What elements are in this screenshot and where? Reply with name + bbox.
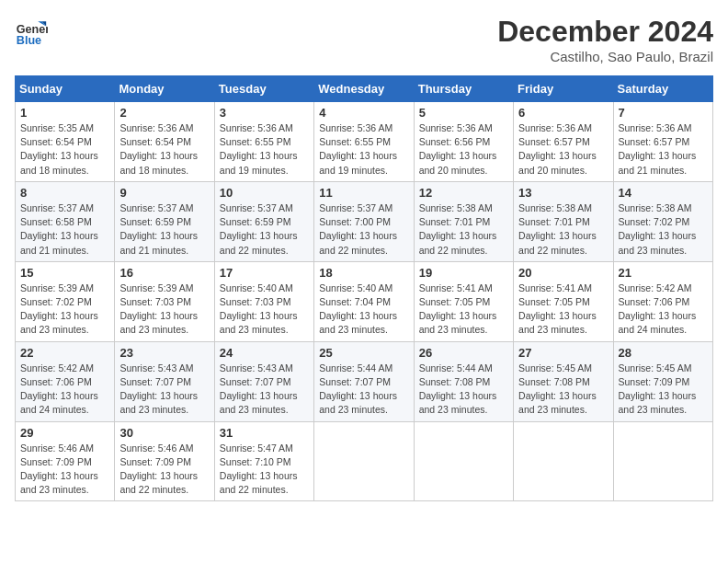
day-number: 9 — [119, 186, 209, 200]
day-info: Sunrise: 5:36 AM Sunset: 6:57 PM Dayligh… — [619, 121, 708, 178]
calendar-week-row: 1Sunrise: 5:35 AM Sunset: 6:54 PM Daylig… — [16, 102, 713, 182]
day-info: Sunrise: 5:39 AM Sunset: 7:02 PM Dayligh… — [20, 282, 109, 338]
day-info: Sunrise: 5:36 AM Sunset: 6:56 PM Dayligh… — [419, 121, 508, 178]
day-info: Sunrise: 5:46 AM Sunset: 7:09 PM Dayligh… — [20, 442, 109, 498]
day-info: Sunrise: 5:36 AM Sunset: 6:57 PM Dayligh… — [518, 121, 608, 178]
day-info: Sunrise: 5:36 AM Sunset: 6:55 PM Dayligh… — [319, 121, 408, 178]
calendar-cell: 10Sunrise: 5:37 AM Sunset: 6:59 PM Dayli… — [214, 181, 313, 261]
day-info: Sunrise: 5:42 AM Sunset: 7:06 PM Dayligh… — [619, 282, 708, 338]
calendar-cell: 3Sunrise: 5:36 AM Sunset: 6:55 PM Daylig… — [214, 102, 313, 182]
calendar-cell: 2Sunrise: 5:36 AM Sunset: 6:54 PM Daylig… — [115, 102, 214, 182]
day-info: Sunrise: 5:41 AM Sunset: 7:05 PM Dayligh… — [518, 282, 608, 338]
logo-icon: General Blue — [15, 15, 48, 48]
calendar-cell: 13Sunrise: 5:38 AM Sunset: 7:01 PM Dayli… — [514, 181, 613, 261]
calendar-cell: 26Sunrise: 5:44 AM Sunset: 7:08 PM Dayli… — [414, 341, 513, 421]
weekday-header-row: SundayMondayTuesdayWednesdayThursdayFrid… — [16, 76, 713, 102]
calendar-cell: 12Sunrise: 5:38 AM Sunset: 7:01 PM Dayli… — [414, 181, 513, 261]
calendar-cell: 7Sunrise: 5:36 AM Sunset: 6:57 PM Daylig… — [613, 102, 712, 182]
calendar-cell: 28Sunrise: 5:45 AM Sunset: 7:09 PM Dayli… — [613, 341, 712, 421]
calendar-cell: 25Sunrise: 5:44 AM Sunset: 7:07 PM Dayli… — [314, 341, 414, 421]
calendar-cell: 19Sunrise: 5:41 AM Sunset: 7:05 PM Dayli… — [414, 261, 513, 341]
calendar-cell: 1Sunrise: 5:35 AM Sunset: 6:54 PM Daylig… — [16, 102, 115, 182]
day-info: Sunrise: 5:38 AM Sunset: 7:01 PM Dayligh… — [419, 201, 508, 258]
day-number: 20 — [518, 266, 608, 280]
day-number: 17 — [220, 266, 309, 280]
calendar-cell: 27Sunrise: 5:45 AM Sunset: 7:08 PM Dayli… — [514, 341, 613, 421]
day-number: 1 — [20, 106, 109, 120]
day-info: Sunrise: 5:35 AM Sunset: 6:54 PM Dayligh… — [20, 121, 109, 178]
month-year: December 2024 — [497, 15, 713, 49]
day-number: 28 — [619, 346, 708, 360]
calendar-week-row: 8Sunrise: 5:37 AM Sunset: 6:58 PM Daylig… — [16, 181, 713, 261]
day-number: 31 — [220, 426, 309, 440]
calendar-cell: 21Sunrise: 5:42 AM Sunset: 7:06 PM Dayli… — [613, 261, 712, 341]
weekday-header-monday: Monday — [115, 76, 214, 102]
calendar-cell — [514, 421, 613, 501]
calendar-week-row: 15Sunrise: 5:39 AM Sunset: 7:02 PM Dayli… — [16, 261, 713, 341]
calendar-cell: 8Sunrise: 5:37 AM Sunset: 6:58 PM Daylig… — [16, 181, 115, 261]
day-info: Sunrise: 5:47 AM Sunset: 7:10 PM Dayligh… — [220, 442, 309, 498]
day-number: 27 — [518, 346, 608, 360]
day-number: 11 — [319, 186, 408, 200]
calendar-cell: 30Sunrise: 5:46 AM Sunset: 7:09 PM Dayli… — [115, 421, 214, 501]
page-header: General Blue December 2024 Castilho, Sao… — [15, 15, 713, 64]
day-number: 4 — [319, 106, 408, 120]
day-info: Sunrise: 5:37 AM Sunset: 6:59 PM Dayligh… — [119, 201, 209, 258]
day-info: Sunrise: 5:40 AM Sunset: 7:03 PM Dayligh… — [220, 282, 309, 338]
day-info: Sunrise: 5:43 AM Sunset: 7:07 PM Dayligh… — [119, 362, 209, 418]
day-number: 18 — [319, 266, 408, 280]
day-info: Sunrise: 5:44 AM Sunset: 7:07 PM Dayligh… — [319, 362, 408, 418]
day-info: Sunrise: 5:37 AM Sunset: 7:00 PM Dayligh… — [319, 201, 408, 258]
calendar-week-row: 29Sunrise: 5:46 AM Sunset: 7:09 PM Dayli… — [16, 421, 713, 501]
calendar-cell: 6Sunrise: 5:36 AM Sunset: 6:57 PM Daylig… — [514, 102, 613, 182]
weekday-header-sunday: Sunday — [16, 76, 115, 102]
calendar-cell: 23Sunrise: 5:43 AM Sunset: 7:07 PM Dayli… — [115, 341, 214, 421]
day-number: 15 — [20, 266, 109, 280]
location: Castilho, Sao Paulo, Brazil — [497, 49, 713, 64]
day-info: Sunrise: 5:44 AM Sunset: 7:08 PM Dayligh… — [419, 362, 508, 418]
weekday-header-saturday: Saturday — [613, 76, 712, 102]
calendar-cell: 29Sunrise: 5:46 AM Sunset: 7:09 PM Dayli… — [16, 421, 115, 501]
weekday-header-thursday: Thursday — [414, 76, 513, 102]
day-number: 8 — [20, 186, 109, 200]
day-info: Sunrise: 5:45 AM Sunset: 7:08 PM Dayligh… — [518, 362, 608, 418]
day-info: Sunrise: 5:42 AM Sunset: 7:06 PM Dayligh… — [20, 362, 109, 418]
day-info: Sunrise: 5:45 AM Sunset: 7:09 PM Dayligh… — [619, 362, 708, 418]
day-info: Sunrise: 5:38 AM Sunset: 7:02 PM Dayligh… — [619, 201, 708, 258]
calendar-table: SundayMondayTuesdayWednesdayThursdayFrid… — [15, 75, 713, 501]
calendar-cell — [314, 421, 414, 501]
day-info: Sunrise: 5:37 AM Sunset: 6:59 PM Dayligh… — [220, 201, 309, 258]
day-info: Sunrise: 5:46 AM Sunset: 7:09 PM Dayligh… — [119, 442, 209, 498]
day-number: 5 — [419, 106, 508, 120]
calendar-cell — [414, 421, 513, 501]
calendar-cell: 16Sunrise: 5:39 AM Sunset: 7:03 PM Dayli… — [115, 261, 214, 341]
day-number: 14 — [619, 186, 708, 200]
weekday-header-tuesday: Tuesday — [214, 76, 313, 102]
calendar-cell: 24Sunrise: 5:43 AM Sunset: 7:07 PM Dayli… — [214, 341, 313, 421]
day-number: 30 — [119, 426, 209, 440]
day-number: 10 — [220, 186, 309, 200]
day-number: 24 — [220, 346, 309, 360]
day-number: 13 — [518, 186, 608, 200]
day-number: 23 — [119, 346, 209, 360]
calendar-cell: 31Sunrise: 5:47 AM Sunset: 7:10 PM Dayli… — [214, 421, 313, 501]
day-info: Sunrise: 5:41 AM Sunset: 7:05 PM Dayligh… — [419, 282, 508, 338]
day-number: 6 — [518, 106, 608, 120]
day-info: Sunrise: 5:36 AM Sunset: 6:54 PM Dayligh… — [119, 121, 209, 178]
calendar-cell: 20Sunrise: 5:41 AM Sunset: 7:05 PM Dayli… — [514, 261, 613, 341]
day-number: 29 — [20, 426, 109, 440]
weekday-header-friday: Friday — [514, 76, 613, 102]
day-number: 26 — [419, 346, 508, 360]
calendar-cell: 15Sunrise: 5:39 AM Sunset: 7:02 PM Dayli… — [16, 261, 115, 341]
day-number: 7 — [619, 106, 708, 120]
day-number: 25 — [319, 346, 408, 360]
day-info: Sunrise: 5:38 AM Sunset: 7:01 PM Dayligh… — [518, 201, 608, 258]
day-info: Sunrise: 5:39 AM Sunset: 7:03 PM Dayligh… — [119, 282, 209, 338]
day-info: Sunrise: 5:40 AM Sunset: 7:04 PM Dayligh… — [319, 282, 408, 338]
weekday-header-wednesday: Wednesday — [314, 76, 414, 102]
calendar-cell: 4Sunrise: 5:36 AM Sunset: 6:55 PM Daylig… — [314, 102, 414, 182]
day-info: Sunrise: 5:43 AM Sunset: 7:07 PM Dayligh… — [220, 362, 309, 418]
calendar-cell: 18Sunrise: 5:40 AM Sunset: 7:04 PM Dayli… — [314, 261, 414, 341]
svg-text:Blue: Blue — [17, 34, 41, 47]
calendar-cell: 17Sunrise: 5:40 AM Sunset: 7:03 PM Dayli… — [214, 261, 313, 341]
